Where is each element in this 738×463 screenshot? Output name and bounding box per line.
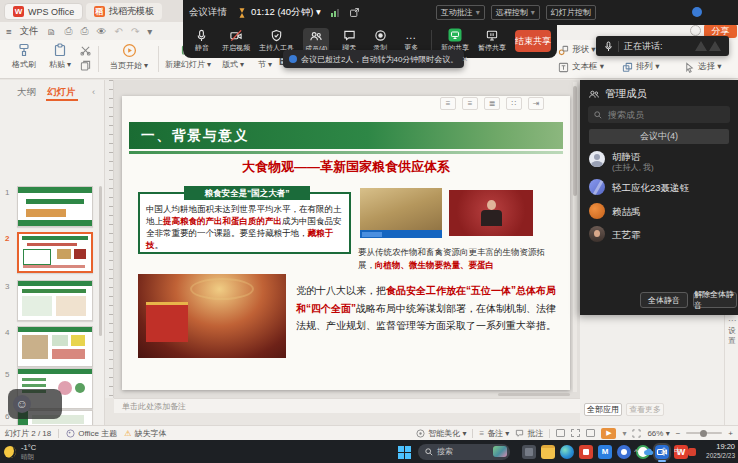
textbox-button[interactable]: 文本框 ▾ — [558, 61, 604, 73]
task-view-icon[interactable] — [522, 445, 536, 459]
copy-button[interactable] — [80, 60, 91, 71]
canvas-horizontal-scrollbar[interactable] — [498, 393, 570, 396]
redo-icon[interactable]: ↷ — [131, 26, 139, 37]
policy-paragraph[interactable]: 党的十八大以来，把食品安全工作放在“五位一体”总体布局和“四个全面”战略布局中统… — [296, 282, 558, 335]
annotate-button[interactable]: 互动批注▾ — [436, 5, 485, 20]
app-blue-m-icon[interactable]: M — [598, 445, 612, 459]
paste-button[interactable]: 粘贴 ▾ — [44, 43, 76, 70]
save-icon[interactable]: 🗈 — [47, 26, 57, 37]
camera-button[interactable]: 开启视频 — [222, 28, 250, 53]
slide-thumbnail-1[interactable] — [17, 186, 93, 227]
docer-template-tab[interactable]: 稻 找稻壳模板 — [86, 3, 162, 20]
align-left-icon[interactable]: ≡ — [440, 97, 456, 110]
in-meeting-section-header[interactable]: 会议中(4) — [589, 129, 729, 144]
slide-control-button[interactable]: 幻灯片控制 — [546, 5, 596, 20]
undo-icon[interactable]: ↶ — [115, 26, 123, 37]
slide-canvas[interactable]: 一、背景与意义 大食物观——革新国家粮食供应体系 粮食安全是“国之大者” 中国人… — [114, 80, 580, 398]
great-hall-image[interactable] — [138, 274, 286, 358]
scrollbar-thumb[interactable] — [573, 86, 577, 196]
app-blue-icon[interactable] — [617, 445, 631, 459]
cut-button[interactable] — [80, 45, 91, 56]
format-painter-button[interactable]: 格式刷 — [6, 43, 42, 70]
panel-scrollbar[interactable] — [99, 186, 102, 336]
reading-view-button[interactable] — [586, 429, 595, 437]
zoom-level[interactable]: 66% ▾ — [647, 429, 669, 438]
canvas-vertical-scrollbar[interactable] — [573, 82, 577, 392]
zoom-slider[interactable] — [686, 432, 722, 434]
unmute-all-button[interactable]: 解除全体静音 — [693, 292, 737, 308]
member-search-box[interactable] — [588, 106, 730, 123]
member-row[interactable]: 王艺霏 — [589, 226, 641, 242]
notes-toggle-button[interactable]: ≡ 备注 ▾ — [479, 428, 509, 439]
slideshow-button[interactable]: ▶ — [601, 428, 616, 439]
file-menu[interactable]: 文件 — [20, 25, 39, 38]
meeting-details-button[interactable]: 会议详情 — [189, 6, 227, 19]
toast-close-icon[interactable]: × — [462, 54, 467, 64]
app-red-icon[interactable] — [579, 445, 593, 459]
bullet-list-icon[interactable]: ∷ — [506, 97, 522, 110]
align-center-icon[interactable]: ≡ — [462, 97, 478, 110]
file-explorer-icon[interactable] — [541, 445, 555, 459]
zoom-out-button[interactable]: − — [676, 429, 681, 438]
output-icon[interactable]: ⎙ — [65, 25, 73, 37]
remote-control-button[interactable]: 远程控制▾ — [491, 5, 540, 20]
tray-badge-icon[interactable] — [688, 448, 696, 456]
ime-indicator[interactable]: 中 — [674, 446, 682, 457]
slide-thumbnail-2-active[interactable] — [17, 232, 93, 273]
tab-slides[interactable]: 幻灯片 — [47, 86, 76, 99]
select-button[interactable]: 选择 ▾ — [684, 61, 722, 73]
pause-share-button[interactable]: 暂停共享 — [478, 28, 506, 53]
menu-chevron-icon[interactable]: ▾ — [147, 26, 152, 37]
wheat-harvest-image[interactable] — [360, 188, 442, 238]
missing-font-warning[interactable]: ⚠ 缺失字体 — [124, 428, 166, 439]
smart-beautify-button[interactable]: 智能美化 ▾ — [416, 428, 466, 439]
play-from-current-button[interactable]: 当页开始 ▾ — [104, 43, 154, 71]
slide-editing-area[interactable]: 一、背景与意义 大食物观——革新国家粮食供应体系 粮食安全是“国之大者” 中国人… — [122, 96, 570, 390]
member-search-input[interactable] — [606, 109, 706, 121]
notes-bar[interactable]: 单击此处添加备注 — [114, 398, 580, 413]
start-button[interactable] — [398, 445, 412, 459]
taskbar-clock[interactable]: 19:20 2025/2/23 — [706, 442, 735, 460]
meeting-timer[interactable]: 01:12 (40分钟) ▾ — [251, 6, 321, 19]
zoom-in-button[interactable]: + — [728, 429, 733, 438]
print-icon[interactable]: ⎙ — [81, 25, 89, 37]
grain-security-box[interactable]: 粮食安全是“国之大者” 中国人均耕地面积未达到世界平均水平，在有限的土地上提高粮… — [138, 192, 351, 254]
end-share-button[interactable]: 结束共享 — [515, 30, 551, 52]
taskbar-search[interactable]: 搜索 — [418, 444, 510, 460]
help-icon[interactable] — [690, 25, 701, 36]
tray-mic-icon[interactable] — [660, 447, 668, 457]
normal-view-button[interactable] — [556, 429, 565, 437]
edge-browser-icon[interactable] — [560, 445, 574, 459]
shapes-button[interactable]: 形状 ▾ — [558, 44, 596, 56]
pop-out-icon[interactable] — [349, 7, 360, 18]
fullscreen-icon[interactable] — [632, 429, 641, 438]
leader-meeting-image[interactable] — [449, 190, 533, 236]
weather-widget[interactable]: -1°C 晴朗 — [4, 444, 36, 460]
tab-outline[interactable]: 大纲 — [17, 86, 36, 99]
slide-thumbnail-3[interactable] — [17, 280, 93, 321]
all-apps-button[interactable]: 全部应用 — [584, 403, 622, 416]
bio-resource-caption[interactable]: 要从传统农作物和畜禽资源向更丰富的生物资源拓展，向植物、微生物要热量、要蛋白 — [358, 246, 546, 272]
theme-button[interactable]: Office 主题 — [66, 428, 117, 439]
tray-expand-button[interactable]: ^ — [634, 447, 638, 456]
slide-section-banner[interactable]: 一、背景与意义 — [129, 122, 563, 149]
member-row[interactable]: 轻工应化23聂递钰 — [589, 179, 689, 195]
meeting-info-dot-icon[interactable] — [692, 7, 702, 17]
wps-home-tab[interactable]: W WPS Office — [4, 3, 83, 20]
slide-sorter-view-button[interactable] — [571, 429, 580, 437]
cloud-icon[interactable] — [644, 448, 654, 456]
line-spacing-icon[interactable]: ≣ — [484, 97, 500, 110]
sidebar-settings-button[interactable]: 设置 — [725, 326, 738, 346]
arrange-button[interactable]: 排列 ▾ — [622, 61, 660, 73]
collapse-panel-button[interactable]: ‹ — [92, 86, 95, 97]
zoom-slider-handle[interactable] — [700, 430, 707, 437]
member-row[interactable]: 赖喆禹 — [589, 203, 641, 219]
mute-button[interactable]: 静音 — [191, 28, 213, 53]
comments-button[interactable]: 批注 — [515, 428, 543, 439]
sidebar-more-icon[interactable]: ⋯ — [728, 316, 736, 325]
meeting-reaction-widget[interactable]: ☺ — [8, 389, 62, 419]
indent-icon[interactable]: ⇥ — [528, 97, 544, 110]
mute-all-button[interactable]: 全体静音 — [640, 292, 688, 308]
slideshow-dropdown-icon[interactable]: ▾ — [622, 429, 626, 438]
slide-thumbnail-4[interactable] — [17, 326, 93, 367]
